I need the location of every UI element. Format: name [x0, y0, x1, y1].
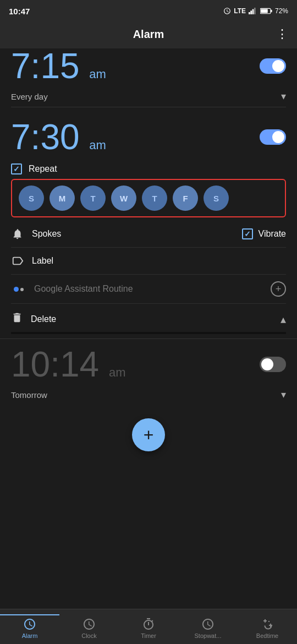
battery-icon [260, 8, 272, 14]
status-icons: LTE 72% [223, 7, 288, 15]
app-bar-title: Alarm [133, 28, 164, 41]
day-F-5[interactable]: F [173, 185, 198, 211]
add-alarm-button[interactable]: + [132, 418, 165, 451]
nav-bedtime-label: Bedtime [256, 632, 278, 639]
first-alarm-schedule: Every day [11, 92, 48, 101]
second-alarm-time: 7:30 am [11, 119, 106, 155]
repeat-checkbox[interactable] [11, 163, 22, 174]
app-bar: Alarm ⋮ [0, 20, 297, 48]
stopwatch-nav-icon [201, 618, 215, 631]
third-alarm-schedule-row[interactable]: Tomorrow ▾ [11, 385, 286, 403]
signal-icon [249, 7, 257, 15]
ringtone-icon [11, 227, 24, 241]
collapse-chevron: ▴ [280, 313, 286, 326]
nav-alarm[interactable]: Alarm [0, 614, 59, 639]
day-T-2[interactable]: T [80, 185, 106, 211]
day-S-0[interactable]: S [19, 185, 44, 211]
svg-rect-0 [249, 12, 250, 14]
nav-clock[interactable]: Clock [59, 614, 119, 639]
alarm-status-icon [223, 7, 231, 15]
label-text: Label [32, 256, 286, 266]
third-alarm-time: 10:14 am [11, 347, 126, 382]
trash-icon [11, 312, 23, 326]
second-alarm-ampm: am [89, 138, 106, 152]
vibrate-checkbox[interactable] [242, 228, 253, 239]
third-alarm-ampm: am [109, 365, 126, 379]
bedtime-nav-icon [261, 618, 274, 631]
nav-stopwatch[interactable]: Stopwat... [178, 614, 238, 639]
third-alarm-block: 10:14 am Tomorrow ▾ [0, 339, 297, 410]
day-S-6[interactable]: S [204, 185, 229, 211]
repeat-label: Repeat [29, 164, 57, 174]
menu-button[interactable]: ⋮ [276, 27, 288, 41]
nav-timer[interactable]: Timer [119, 614, 178, 639]
day-M-1[interactable]: M [50, 185, 75, 211]
lte-label: LTE [234, 7, 246, 15]
svg-rect-1 [250, 10, 252, 14]
first-alarm-chevron: ▾ [281, 90, 286, 102]
nav-bedtime[interactable]: Bedtime [238, 614, 297, 639]
first-alarm-time-row: 7:15 am [11, 48, 286, 84]
ga-add-button[interactable]: + [271, 281, 286, 297]
nav-stopwatch-label: Stopwat... [195, 632, 222, 639]
nav-clock-label: Clock [81, 632, 97, 639]
days-selector: SMTWTFS [11, 179, 286, 217]
timer-nav-icon [142, 618, 155, 631]
label-icon [11, 254, 24, 268]
delete-label: Delete [31, 314, 56, 324]
third-alarm-toggle[interactable] [260, 357, 286, 372]
day-W-3[interactable]: W [111, 185, 136, 211]
svg-rect-6 [261, 9, 268, 13]
vibrate-right[interactable]: Vibrate [242, 228, 286, 239]
divider-1 [11, 107, 286, 107]
alarm-nav-icon [23, 618, 36, 631]
first-alarm-block: 7:15 am Every day ▾ [0, 48, 297, 113]
svg-rect-2 [252, 9, 254, 14]
second-alarm-time-row: 7:30 am [11, 119, 286, 155]
first-alarm-ampm: am [89, 67, 106, 81]
second-alarm-block: 7:30 am Repeat SMTWTFS Spokes Vibrate [0, 113, 297, 339]
third-alarm-chevron: ▾ [281, 389, 286, 401]
ga-row[interactable]: Google Assistant Routine + [11, 275, 286, 304]
vibrate-label: Vibrate [258, 229, 286, 239]
nav-timer-label: Timer [141, 632, 156, 639]
clock-nav-icon [82, 618, 96, 631]
second-alarm-toggle[interactable] [260, 129, 286, 145]
fab-container: + [0, 410, 297, 456]
ga-icon [11, 281, 26, 297]
ga-text: Google Assistant Routine [34, 284, 263, 294]
third-alarm-time-row: 10:14 am [11, 347, 286, 382]
content-area: 7:15 am Every day ▾ 7:30 am Repeat [0, 48, 297, 609]
repeat-row: Repeat [11, 158, 286, 179]
battery-pct: 72% [275, 7, 288, 15]
day-T-4[interactable]: T [142, 185, 167, 211]
svg-rect-5 [271, 10, 272, 13]
third-alarm-schedule: Tomorrow [11, 390, 47, 400]
label-row[interactable]: Label [11, 248, 286, 275]
ringtone-row[interactable]: Spokes Vibrate [11, 221, 286, 248]
ringtone-label: Spokes [32, 229, 234, 239]
status-time: 10:47 [9, 7, 30, 16]
status-bar: 10:47 LTE 72% [0, 0, 297, 20]
svg-rect-3 [254, 8, 256, 14]
nav-alarm-label: Alarm [22, 632, 38, 639]
first-alarm-schedule-row[interactable]: Every day ▾ [11, 87, 286, 105]
first-alarm-toggle[interactable] [260, 58, 286, 74]
bottom-nav: Alarm Clock Timer Stopwat... Bedtime [0, 609, 297, 644]
first-alarm-time: 7:15 am [11, 48, 106, 84]
delete-row[interactable]: Delete ▴ [11, 304, 286, 334]
